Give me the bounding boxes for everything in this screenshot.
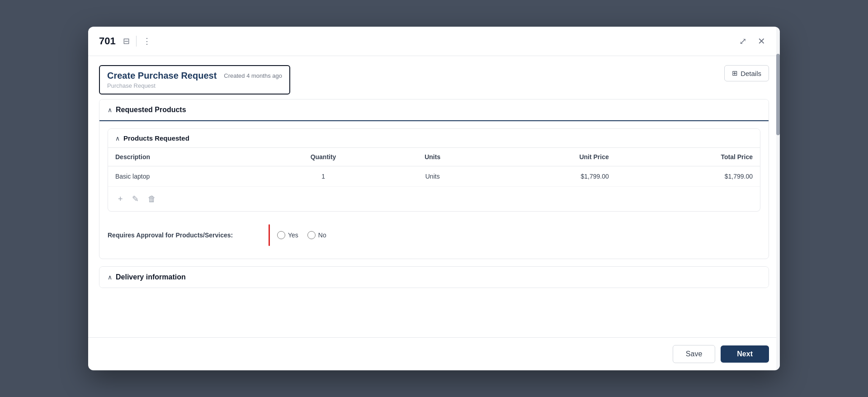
requested-products-section: ∧ Requested Products ∧ Products Requeste…	[99, 99, 769, 259]
cell-units: Units	[386, 166, 480, 187]
col-total-price: Total Price	[616, 148, 760, 166]
copy-icon: ⊟	[123, 37, 130, 46]
next-button[interactable]: Next	[721, 345, 769, 363]
approval-required-indicator	[269, 224, 270, 246]
products-chevron-icon[interactable]: ∧	[115, 135, 120, 142]
subtitle: Purchase Request	[107, 82, 282, 89]
modal-header: 701 ⊟ ⋮ ⤢ ✕	[88, 27, 780, 56]
radio-yes-label: Yes	[288, 232, 298, 239]
radio-group: Yes No	[277, 231, 326, 239]
products-requested-title: Products Requested	[123, 134, 189, 142]
delivery-chevron-icon[interactable]: ∧	[108, 274, 112, 281]
title-section: Create Purchase Request Created 4 months…	[88, 56, 780, 99]
radio-yes-option[interactable]: Yes	[277, 231, 298, 239]
cell-description: Basic laptop	[108, 166, 261, 187]
radio-yes-input[interactable]	[277, 231, 285, 239]
delivery-information-section: ∧ Delivery information	[99, 266, 769, 288]
radio-no-option[interactable]: No	[307, 231, 326, 239]
modal-footer: Save Next	[88, 337, 780, 370]
products-requested-header: ∧ Products Requested	[108, 129, 760, 148]
more-options-button[interactable]: ⋮	[140, 34, 154, 48]
cell-quantity: 1	[261, 166, 385, 187]
delete-row-button[interactable]: 🗑	[145, 193, 159, 206]
cell-unit-price: $1,799.00	[480, 166, 616, 187]
col-units: Units	[386, 148, 480, 166]
col-description: Description	[108, 148, 261, 166]
save-button[interactable]: Save	[673, 345, 715, 363]
expand-icon: ⤢	[739, 36, 747, 46]
copy-icon-button[interactable]: ⊟	[120, 34, 132, 48]
requested-products-body: ∧ Products Requested Description Quantit…	[99, 121, 769, 259]
table-header-row: Description Quantity Units Unit Price To…	[108, 148, 760, 166]
cell-total-price: $1,799.00	[616, 166, 760, 187]
chevron-down-icon[interactable]: ∧	[108, 106, 112, 113]
approval-field: Requires Approval for Products/Services:…	[108, 219, 760, 251]
timestamp: Created 4 months ago	[224, 72, 282, 79]
table-row: Basic laptop 1 Units $1,799.00 $1,799.00	[108, 166, 760, 187]
expand-button[interactable]: ⤢	[736, 34, 750, 48]
radio-no-label: No	[318, 232, 326, 239]
more-vert-icon: ⋮	[143, 37, 151, 46]
modal-id: 701	[99, 35, 116, 47]
col-unit-price: Unit Price	[480, 148, 616, 166]
details-label: Details	[741, 70, 761, 77]
scrollbar-track[interactable]	[776, 27, 780, 370]
radio-no-input[interactable]	[307, 231, 316, 239]
requested-products-title: Requested Products	[116, 106, 186, 114]
add-row-button[interactable]: +	[115, 193, 126, 206]
products-table: Description Quantity Units Unit Price To…	[108, 148, 760, 187]
delivery-information-header: ∧ Delivery information	[99, 267, 769, 288]
details-icon: ⊞	[732, 69, 738, 77]
table-actions: + ✎ 🗑	[108, 187, 760, 211]
page-title: Create Purchase Request	[107, 71, 217, 81]
close-button[interactable]: ✕	[754, 34, 769, 48]
delivery-information-title: Delivery information	[116, 273, 186, 281]
close-icon: ✕	[758, 36, 765, 46]
header-divider	[136, 36, 137, 47]
col-quantity: Quantity	[261, 148, 385, 166]
details-button[interactable]: ⊞ Details	[724, 65, 769, 81]
requested-products-header: ∧ Requested Products	[99, 99, 769, 121]
edit-row-button[interactable]: ✎	[129, 192, 142, 206]
title-box: Create Purchase Request Created 4 months…	[99, 65, 290, 95]
scrollbar-thumb[interactable]	[776, 54, 780, 135]
modal-content: ∧ Requested Products ∧ Products Requeste…	[88, 99, 780, 337]
approval-label: Requires Approval for Products/Services:	[108, 232, 261, 239]
products-requested-subsection: ∧ Products Requested Description Quantit…	[108, 128, 760, 212]
header-right-actions: ⤢ ✕	[736, 34, 769, 48]
